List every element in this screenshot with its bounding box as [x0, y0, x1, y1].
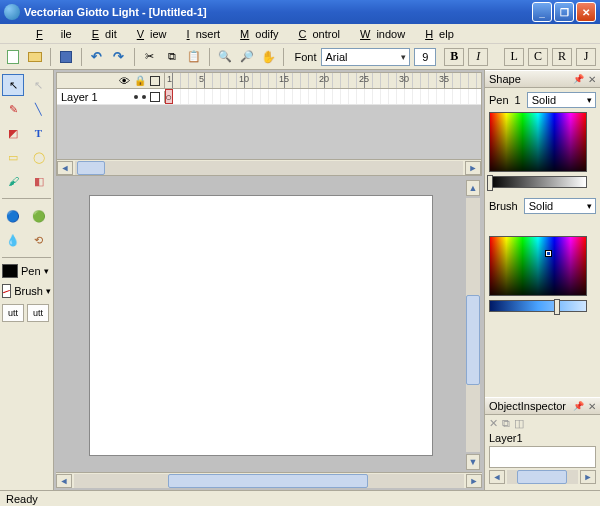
inspector-scroll-thumb[interactable] [517, 470, 567, 484]
align-right-button[interactable]: R [552, 48, 572, 66]
swap-colors-button[interactable]: utt [2, 304, 24, 322]
lock-column-icon[interactable]: 🔒 [134, 75, 146, 86]
open-file-button[interactable] [26, 48, 44, 66]
brush-tool[interactable]: 🖌 [2, 170, 24, 192]
font-family-select[interactable]: Arial [321, 48, 411, 66]
menu-edit[interactable]: Edit [80, 26, 123, 42]
paste-button[interactable]: 📋 [185, 48, 203, 66]
timeline-ruler[interactable]: 15101520253035 [165, 73, 481, 88]
shape-panel-title[interactable]: Shape 📌 ✕ [485, 70, 600, 88]
align-center-button[interactable]: C [528, 48, 548, 66]
canvas-hscroll-thumb[interactable] [168, 474, 368, 488]
pencil-tool[interactable]: ✎ [2, 98, 24, 120]
shape-panel-pin-icon[interactable]: 📌 [573, 74, 584, 84]
inspector-pin-icon[interactable]: 📌 [573, 401, 584, 411]
brush-slider-handle[interactable] [554, 299, 560, 315]
text-tool[interactable]: T [28, 122, 50, 144]
close-button[interactable]: ✕ [576, 2, 596, 22]
pen-slider-handle[interactable] [487, 175, 493, 191]
subselect-tool[interactable]: ↖ [28, 74, 50, 96]
layer-outline-box[interactable] [150, 92, 160, 102]
canvas-scroll-up[interactable]: ▲ [466, 180, 480, 196]
timeline-scroll-left[interactable]: ◄ [57, 161, 73, 175]
redo-button[interactable]: ↷ [110, 48, 128, 66]
brush-color-swatch[interactable] [2, 284, 11, 298]
inspector-panel-title[interactable]: ObjectInspector 📌 ✕ [485, 397, 600, 415]
rect-tool[interactable]: ▭ [2, 146, 24, 168]
save-button[interactable] [57, 48, 75, 66]
copy-button[interactable]: ⧉ [163, 48, 181, 66]
visibility-column-icon[interactable]: 👁 [119, 75, 130, 87]
canvas-viewport[interactable] [56, 180, 466, 470]
align-justify-button[interactable]: J [576, 48, 596, 66]
brush-swatch-dropdown[interactable]: ▾ [46, 286, 51, 296]
pen-color-spectrum[interactable] [489, 112, 587, 172]
eyedropper-tool[interactable]: 💧 [2, 229, 24, 251]
hand-tool-button[interactable]: ✋ [260, 48, 278, 66]
shape-pen-width[interactable]: 1 [515, 94, 521, 106]
align-left-button[interactable]: L [504, 48, 524, 66]
brush-color-spectrum[interactable] [489, 236, 587, 296]
default-colors-button[interactable]: utt [27, 304, 49, 322]
zoom-out-button[interactable]: 🔎 [238, 48, 256, 66]
pen-color-swatch[interactable] [2, 264, 18, 278]
brush-style-select[interactable]: Solid [524, 198, 596, 214]
inspector-delete-icon[interactable]: ✕ [489, 417, 498, 430]
outline-column-icon[interactable] [150, 76, 160, 86]
brush-hue-slider[interactable] [489, 300, 587, 312]
timeline-scroll-right[interactable]: ► [465, 161, 481, 175]
ellipse-tool[interactable]: ◯ [28, 146, 50, 168]
inspector-group-icon[interactable]: ◫ [514, 417, 524, 430]
shape-panel-close-icon[interactable]: ✕ [588, 74, 596, 85]
menu-help[interactable]: Help [413, 26, 460, 42]
bold-button[interactable]: B [444, 48, 464, 66]
menu-control[interactable]: Control [287, 26, 346, 42]
italic-button[interactable]: I [468, 48, 488, 66]
pen-style-select[interactable]: Solid [527, 92, 596, 108]
transform-tool[interactable]: ⟲ [28, 229, 50, 251]
inspector-tree[interactable] [489, 446, 596, 468]
layer-visible-dot[interactable] [134, 95, 138, 99]
menu-file[interactable]: FFileile [24, 26, 78, 42]
inspector-copy-icon[interactable]: ⧉ [502, 417, 510, 430]
app-menu-icon[interactable] [6, 27, 22, 41]
menu-window[interactable]: Window [348, 26, 411, 42]
fill-tool[interactable]: 🟢 [28, 205, 50, 227]
new-file-button[interactable] [4, 48, 22, 66]
brush-color-cursor[interactable] [546, 251, 551, 256]
inspector-scroll-left[interactable]: ◄ [489, 470, 505, 484]
selection-tool[interactable]: ↖ [2, 74, 24, 96]
zoom-in-button[interactable]: 🔍 [216, 48, 234, 66]
line-tool[interactable]: ╲ [28, 98, 50, 120]
keyframe-1[interactable]: ○ [165, 89, 173, 104]
stage[interactable] [89, 195, 433, 456]
canvas-scroll-right[interactable]: ► [466, 474, 482, 488]
timeline-scroll-thumb[interactable] [77, 161, 105, 175]
timeline-layer-row[interactable]: Layer 1 ○ [57, 89, 481, 105]
pen-value-slider[interactable] [489, 176, 587, 188]
gradient-tool[interactable]: 🔵 [2, 205, 24, 227]
canvas-vscroll-thumb[interactable] [466, 295, 480, 385]
minimize-button[interactable]: _ [532, 2, 552, 22]
pen-swatch-dropdown[interactable]: ▾ [44, 266, 49, 276]
layer-lock-dot[interactable] [142, 95, 146, 99]
canvas-hscroll[interactable]: ◄ ► [56, 472, 482, 488]
menu-insert[interactable]: Insert [175, 26, 227, 42]
menu-view[interactable]: View [125, 26, 173, 42]
timeline-frames[interactable]: ○ [165, 89, 481, 104]
canvas-scroll-down[interactable]: ▼ [466, 454, 480, 470]
inspector-root-label[interactable]: Layer1 [485, 432, 600, 444]
menu-modify[interactable]: Modify [228, 26, 284, 42]
undo-button[interactable]: ↶ [88, 48, 106, 66]
canvas-scroll-left[interactable]: ◄ [56, 474, 72, 488]
inspector-hscroll[interactable]: ◄ ► [489, 470, 596, 486]
inspector-close-icon[interactable]: ✕ [588, 401, 596, 412]
cut-button[interactable]: ✂ [141, 48, 159, 66]
maximize-button[interactable]: ❐ [554, 2, 574, 22]
shape-tool[interactable]: ◩ [2, 122, 24, 144]
inspector-scroll-right[interactable]: ► [580, 470, 596, 484]
canvas-vscroll[interactable]: ▲ ▼ [466, 180, 482, 470]
font-size-input[interactable]: 9 [414, 48, 436, 66]
timeline-hscroll[interactable]: ◄ ► [57, 159, 481, 175]
eraser-tool[interactable]: ◧ [28, 170, 50, 192]
